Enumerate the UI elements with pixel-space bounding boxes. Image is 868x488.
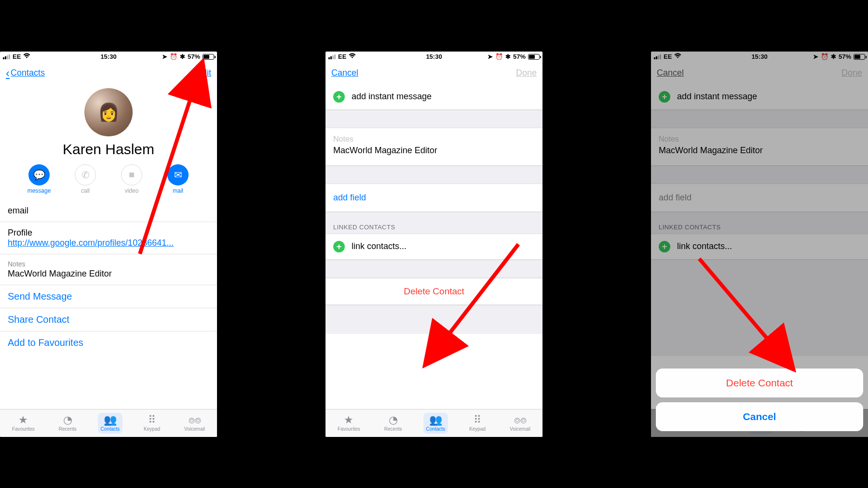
location-icon: ➤ [488,53,493,60]
nav-bar: Cancel Done [326,62,542,84]
tab-keypad[interactable]: ⠿Keypad [141,413,163,434]
nav-bar: ‹ Contacts Edit [0,62,217,84]
status-time: 15:30 [100,53,116,60]
profile-link[interactable]: http://www.google.com/profiles/10286641.… [8,238,174,248]
status-bar: EE 15:30 ➤ ⏰ ✱ 57% [326,52,542,62]
tab-bar: ★Favourites ◔Recents 👥Contacts ⠿Keypad ⌾… [0,409,217,437]
back-label: Contacts [11,68,45,78]
keypad-icon: ⠿ [474,415,481,425]
status-time: 15:30 [426,53,442,60]
battery-icon [528,54,540,60]
voicemail-icon: ⌾⌾ [514,415,527,425]
phone-icon: ✆ [75,164,96,185]
video-icon: ■ [121,164,142,185]
tab-keypad[interactable]: ⠿Keypad [466,413,488,434]
tab-bar: ★Favourites ◔Recents 👥Contacts ⠿Keypad ⌾… [326,409,542,437]
contacts-icon: 👥 [104,415,117,425]
battery-pct: 57% [513,53,526,60]
screen-delete-confirm: EE 15:30 ➤ ⏰ ✱ 57% Cancel Done + add ins… [651,52,868,437]
link-contacts-row[interactable]: + link contacts... [326,234,542,260]
location-icon: ➤ [162,53,167,60]
tab-favourites[interactable]: ★Favourites [335,413,363,434]
clock-icon: ◔ [63,415,72,425]
carrier: EE [13,53,21,60]
tab-favourites[interactable]: ★Favourites [9,413,38,434]
tab-contacts[interactable]: 👥Contacts [423,413,448,434]
bluetooth-icon: ✱ [505,53,511,60]
mail-action[interactable]: ✉ mail [164,164,191,194]
mail-icon: ✉ [167,164,189,185]
alarm-icon: ⏰ [495,53,503,60]
keypad-icon: ⠿ [148,415,156,425]
clock-icon: ◔ [389,415,398,425]
tab-recents[interactable]: ◔Recents [56,413,80,434]
action-sheet: Delete Contact Cancel [656,369,863,431]
back-button[interactable]: ‹ Contacts [6,66,45,80]
chevron-left-icon: ‹ [6,66,10,80]
email-row[interactable]: email [0,200,217,222]
wifi-icon [349,53,356,60]
message-icon: 💬 [28,164,50,185]
add-favourite-row[interactable]: Add to Favourites [0,331,217,354]
carrier: EE [338,53,346,60]
bluetooth-icon: ✱ [180,53,185,60]
sheet-delete-button[interactable]: Delete Contact [656,369,863,397]
add-instant-message-row[interactable]: + add instant message [326,84,542,110]
notes-row: Notes MacWorld Magazine Editor [0,254,217,285]
edit-button[interactable]: Edit [196,68,211,78]
share-contact-row[interactable]: Share Contact [0,308,217,331]
tab-contacts[interactable]: 👥Contacts [98,413,122,434]
contact-name: Karen Haslem [0,141,217,158]
done-button[interactable]: Done [516,68,537,78]
message-action[interactable]: 💬 message [26,164,53,194]
send-message-row[interactable]: Send Message [0,285,217,308]
star-icon: ★ [18,415,28,425]
plus-icon: + [333,241,345,252]
signal-icon [3,54,10,59]
battery-pct: 57% [188,53,200,60]
tab-voicemail[interactable]: ⌾⌾Voicemail [181,413,208,434]
signal-icon [328,54,336,59]
add-field-row[interactable]: add field [326,184,542,212]
tab-voicemail[interactable]: ⌾⌾Voicemail [507,413,533,434]
alarm-icon: ⏰ [170,53,177,60]
linked-contacts-header: LINKED CONTACTS [326,212,542,234]
star-icon: ★ [344,415,353,425]
plus-icon: + [333,91,345,103]
notes-field[interactable]: Notes MacWorld Magazine Editor [326,128,542,166]
profile-row[interactable]: Profile http://www.google.com/profiles/1… [0,222,217,254]
battery-icon [203,54,214,60]
screen-contact-view: EE 15:30 ➤ ⏰ ✱ 57% ‹ Contacts Edit [0,52,217,437]
cancel-button[interactable]: Cancel [331,68,358,78]
screen-edit-contact: EE 15:30 ➤ ⏰ ✱ 57% Cancel Done + add ins… [326,52,542,437]
sheet-cancel-button[interactable]: Cancel [656,402,863,431]
video-action[interactable]: ■ video [118,164,145,194]
voicemail-icon: ⌾⌾ [189,415,201,425]
delete-contact-row[interactable]: Delete Contact [326,278,542,305]
tab-recents[interactable]: ◔Recents [381,413,405,434]
status-bar: EE 15:30 ➤ ⏰ ✱ 57% [0,52,217,62]
contacts-icon: 👥 [429,415,442,425]
avatar[interactable]: 👩 [84,88,133,136]
call-action[interactable]: ✆ call [72,164,99,194]
wifi-icon [23,53,30,60]
